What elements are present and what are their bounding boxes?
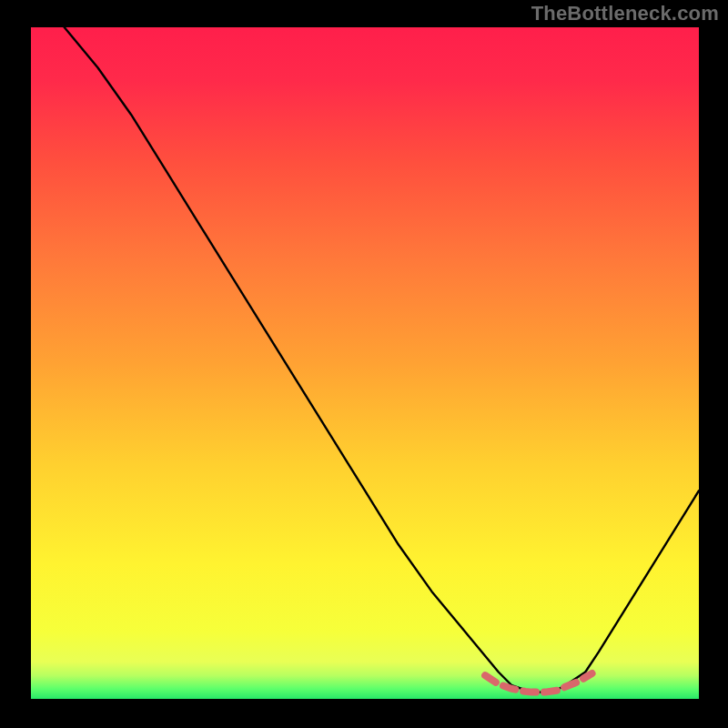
bottleneck-chart bbox=[31, 27, 699, 699]
plot-area bbox=[31, 27, 699, 699]
watermark-text: TheBottleneck.com bbox=[531, 2, 719, 25]
gradient-background bbox=[31, 27, 699, 699]
chart-frame: TheBottleneck.com bbox=[0, 0, 728, 728]
